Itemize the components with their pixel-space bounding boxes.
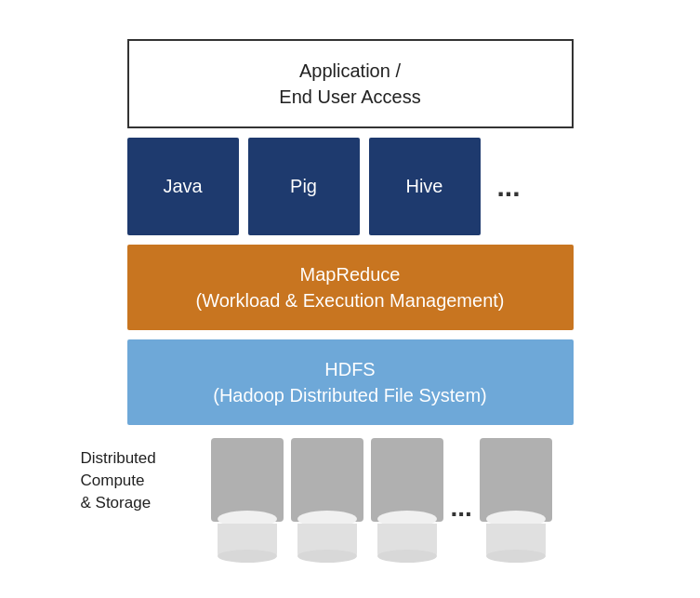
node-cylinder-1	[218, 511, 277, 559]
pig-box: Pig	[248, 138, 360, 235]
hdfs-layer: HDFS(Hadoop Distributed File System)	[127, 339, 574, 425]
node-rect-2	[291, 438, 363, 522]
architecture-diagram: Application /End User Access Java Pig Hi…	[34, 39, 667, 559]
node-4	[480, 438, 552, 559]
hive-box: Hive	[369, 138, 481, 235]
nodes-dots: ...	[451, 474, 472, 523]
node-cylinder-4	[486, 511, 546, 559]
nodes-area: ...	[211, 438, 620, 559]
node-rect-1	[211, 438, 284, 522]
node-cylinder-3	[377, 511, 437, 559]
node-rect-4	[480, 438, 552, 522]
node-3	[371, 438, 443, 559]
node-1	[211, 438, 284, 559]
app-layer-text: Application /End User Access	[279, 60, 420, 107]
tools-dots: ...	[497, 171, 521, 203]
tools-row: Java Pig Hive ...	[127, 138, 574, 235]
mapreduce-layer: MapReduce(Workload & Execution Managemen…	[127, 245, 574, 330]
java-box: Java	[127, 138, 239, 235]
node-cylinder-2	[297, 511, 357, 559]
distributed-row: DistributedCompute& Storage	[81, 438, 620, 559]
node-2	[291, 438, 363, 559]
distributed-label: DistributedCompute& Storage	[81, 438, 211, 513]
app-layer: Application /End User Access	[127, 39, 574, 128]
node-rect-3	[371, 438, 443, 522]
